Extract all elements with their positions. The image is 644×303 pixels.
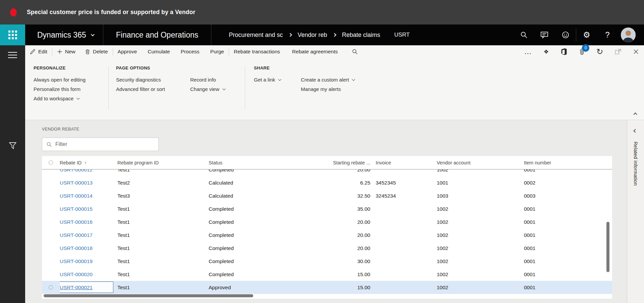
attachments-icon[interactable]: 0 xyxy=(579,48,585,55)
left-sidebar xyxy=(0,45,25,303)
invoice-cell xyxy=(372,202,431,215)
horizontal-scrollbar-thumb[interactable] xyxy=(44,294,253,297)
invoice-cell: 3452345 xyxy=(372,176,431,189)
divider xyxy=(211,24,211,45)
power-apps-icon[interactable]: ❖ xyxy=(544,49,549,55)
menu-item-record-info[interactable]: Record info xyxy=(190,77,216,83)
open-in-new-window-icon[interactable] xyxy=(615,49,622,55)
breadcrumb-page[interactable]: Rebate claims xyxy=(342,32,380,39)
grid-rows: USRT-000012 Test1 Completed 20.00 1002 0… xyxy=(42,169,612,294)
column-header-invoice[interactable]: Invoice xyxy=(372,156,431,169)
rebate-id-link[interactable]: USRT-000015 xyxy=(60,206,93,212)
filter-input[interactable] xyxy=(55,141,146,147)
starting-rebate-cell: 30.00 xyxy=(322,255,372,268)
cumulate-button[interactable]: Cumulate xyxy=(148,49,170,55)
invoice-cell xyxy=(372,268,431,281)
vendor-account-cell: 1002 xyxy=(431,255,518,268)
column-header-rebate-program-id[interactable]: Rebate program ID xyxy=(117,156,206,169)
more-options-icon[interactable]: … xyxy=(524,48,532,55)
column-header-status[interactable]: Status xyxy=(206,156,322,169)
starting-rebate-cell: 20.00 xyxy=(322,242,372,255)
settings-gear-icon[interactable]: ⚙ xyxy=(576,24,597,45)
column-header-vendor-account[interactable]: Vendor account xyxy=(431,156,518,169)
table-row[interactable]: USRT-000012 Test1 Completed 20.00 1002 0… xyxy=(42,169,612,176)
divider xyxy=(108,66,109,109)
messages-icon[interactable] xyxy=(534,24,555,45)
filter-funnel-icon[interactable] xyxy=(8,141,17,150)
vendor-account-cell: 1002 xyxy=(431,242,518,255)
help-icon[interactable]: ? xyxy=(597,24,618,45)
new-button[interactable]: New xyxy=(57,49,75,55)
menu-item-always-open-for-editing[interactable]: Always open for editing xyxy=(34,77,86,83)
rebate-id-link[interactable]: USRT-000017 xyxy=(60,232,93,238)
company-picker[interactable]: USRT xyxy=(394,32,410,38)
nav-icon-group: ⚙ ? xyxy=(514,24,639,45)
table-row[interactable]: USRT-000021 Test1 Approved 15.00 1002 00… xyxy=(42,281,612,294)
related-information-panel-tab[interactable]: Related information xyxy=(627,120,644,303)
dynamics-365-menu[interactable]: Dynamics 365 xyxy=(37,31,94,40)
menu-item-advanced-filter-or-sort[interactable]: Advanced filter or sort xyxy=(116,86,165,92)
rebate-transactions-button[interactable]: Rebate transactions xyxy=(234,49,280,55)
select-all-radio[interactable] xyxy=(49,160,53,165)
status-cell: Calculated xyxy=(206,189,322,202)
rebate-id-link[interactable]: USRT-000020 xyxy=(60,271,93,277)
table-row[interactable]: USRT-000014 Test3 Calculated 32.50 32452… xyxy=(42,189,612,202)
rebate-program-cell: Test1 xyxy=(117,202,206,215)
purge-button[interactable]: Purge xyxy=(210,49,224,55)
rebate-agreements-button[interactable]: Rebate agreements xyxy=(292,49,338,55)
menu-item-get-a-link[interactable]: Get a link xyxy=(254,77,280,83)
rebate-id-link[interactable]: USRT-000013 xyxy=(60,180,93,186)
rebate-id-link[interactable]: USRT-000016 xyxy=(60,219,93,225)
vendor-account-cell: 1002 xyxy=(431,215,518,229)
rebate-id-link[interactable]: USRT-000019 xyxy=(60,258,93,264)
process-button[interactable]: Process xyxy=(181,49,200,55)
menu-item-create-a-custom-alert[interactable]: Create a custom alert xyxy=(301,77,354,83)
menu-item-security-diagnostics[interactable]: Security diagnostics xyxy=(116,77,161,83)
item-number-cell: 0003 xyxy=(518,189,612,202)
breadcrumb-module[interactable]: Procurement and sc xyxy=(229,32,283,39)
table-row[interactable]: USRT-000017 Test1 Completed 20.00 1002 0… xyxy=(42,229,612,242)
search-icon[interactable] xyxy=(514,24,534,45)
breadcrumb-area[interactable]: Vendor reb xyxy=(298,32,327,39)
rebate-id-link[interactable]: USRT-000018 xyxy=(60,245,93,251)
rebate-id-link[interactable]: USRT-000014 xyxy=(60,193,93,199)
office-apps-icon[interactable] xyxy=(560,48,567,55)
app-name[interactable]: Finance and Operations xyxy=(103,31,211,40)
rebate-id-link[interactable]: USRT-000021 xyxy=(60,285,93,291)
hamburger-menu-icon[interactable] xyxy=(8,52,17,58)
table-row[interactable]: USRT-000016 Test1 Completed 20.00 1002 0… xyxy=(42,215,612,229)
plus-icon xyxy=(57,49,62,54)
sort-ascending-icon: ↑ xyxy=(84,160,87,165)
table-row[interactable]: USRT-000018 Test1 Completed 20.00 1002 0… xyxy=(42,242,612,255)
refresh-icon[interactable]: ↻ xyxy=(596,48,603,56)
menu-item-add-to-workspace[interactable]: Add to workspace xyxy=(34,96,79,101)
table-row[interactable]: USRT-000019 Test1 Completed 30.00 1002 0… xyxy=(42,255,612,268)
menu-item-change-view[interactable]: Change view xyxy=(190,86,225,92)
menu-item-manage-my-alerts[interactable]: Manage my alerts xyxy=(301,86,341,92)
feedback-smiley-icon[interactable] xyxy=(555,24,576,45)
user-avatar[interactable] xyxy=(618,24,639,45)
approve-button[interactable]: Approve xyxy=(118,49,137,55)
vendor-account-cell: 1002 xyxy=(431,281,518,294)
menu-item-personalize-this-form[interactable]: Personalize this form xyxy=(34,86,80,92)
status-cell: Completed xyxy=(206,255,322,268)
table-row[interactable]: USRT-000015 Test1 Completed 35.00 1002 0… xyxy=(42,202,612,215)
close-icon[interactable] xyxy=(633,49,639,54)
edit-button[interactable]: Edit xyxy=(30,49,47,55)
vertical-scrollbar-thumb[interactable] xyxy=(606,222,609,272)
table-row[interactable]: USRT-000020 Test1 Completed 15.00 1002 0… xyxy=(42,268,612,281)
row-select-radio[interactable] xyxy=(49,285,53,290)
delete-button[interactable]: Delete xyxy=(85,49,108,55)
rebate-program-cell: Test2 xyxy=(117,176,206,189)
column-header-item-number[interactable]: Item number xyxy=(518,156,612,169)
toolbar-search-icon[interactable] xyxy=(352,49,358,55)
table-row[interactable]: USRT-000013 Test2 Calculated 6.25 345234… xyxy=(42,176,612,189)
rebate-program-cell: Test1 xyxy=(117,242,206,255)
app-launcher-button[interactable] xyxy=(0,24,25,45)
column-header-starting-rebate[interactable]: Starting rebate ... xyxy=(322,156,372,169)
collapse-action-pane-button[interactable] xyxy=(634,111,637,117)
trash-icon xyxy=(85,49,90,55)
column-header-rebate-id[interactable]: Rebate ID ↑ xyxy=(60,156,117,169)
delete-label: Delete xyxy=(93,49,108,55)
rebate-id-link[interactable]: USRT-000012 xyxy=(60,169,93,173)
